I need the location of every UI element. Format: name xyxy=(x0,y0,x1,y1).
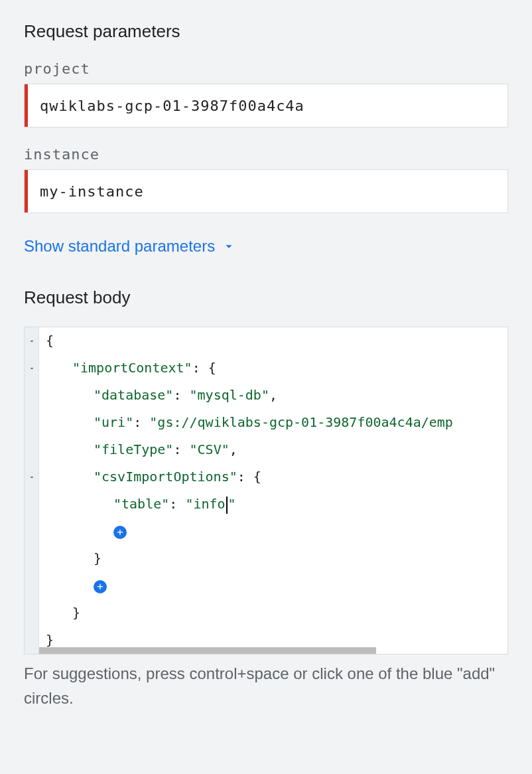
text-cursor xyxy=(226,497,228,514)
add-field-button[interactable]: + xyxy=(113,526,127,539)
json-value: "info xyxy=(185,496,225,512)
code-line[interactable]: "uri": "gs://qwiklabs-gcp-01-3987f00a4c4… xyxy=(46,409,507,436)
json-key: "fileType" xyxy=(94,441,173,457)
request-parameters-heading: Request parameters xyxy=(24,21,508,42)
code-line[interactable]: "importContext": { xyxy=(46,354,507,382)
code-line[interactable]: "database": "mysql-db", xyxy=(46,382,507,409)
code-line[interactable]: } xyxy=(46,599,507,627)
instance-label: instance xyxy=(24,146,508,163)
project-label: project xyxy=(24,60,508,77)
json-value: "gs://qwiklabs-gcp-01-3987f00a4c4a/emp xyxy=(149,414,453,430)
show-standard-parameters-label: Show standard parameters xyxy=(24,237,215,256)
json-key: "importContext" xyxy=(72,360,192,376)
code-line[interactable]: + xyxy=(46,518,507,545)
instance-input[interactable] xyxy=(28,170,507,212)
chevron-down-icon xyxy=(222,239,236,254)
json-value: "mysql-db" xyxy=(190,387,269,403)
json-key: "uri" xyxy=(94,414,133,430)
code-line[interactable]: } xyxy=(46,545,507,572)
code-line[interactable]: "fileType": "CSV", xyxy=(46,436,507,463)
show-standard-parameters-toggle[interactable]: Show standard parameters xyxy=(24,237,236,256)
request-body-editor[interactable]: { "importContext": { "database": "mysql-… xyxy=(24,327,508,655)
json-key: "csvImportOptions" xyxy=(94,469,237,485)
json-key: "database" xyxy=(94,387,173,403)
json-value: " xyxy=(228,496,236,512)
horizontal-scrollbar[interactable] xyxy=(39,647,376,654)
project-input[interactable] xyxy=(28,84,507,127)
request-body-heading: Request body xyxy=(24,287,508,308)
fold-toggle-icon[interactable] xyxy=(25,463,38,491)
code-line[interactable]: { xyxy=(46,327,507,354)
code-line[interactable]: "table": "info" xyxy=(46,491,507,518)
code-line[interactable]: + xyxy=(46,572,507,599)
fold-toggle-icon[interactable] xyxy=(25,327,38,354)
fold-gutter xyxy=(25,327,39,654)
code-line[interactable]: "csvImportOptions": { xyxy=(46,463,507,491)
json-key: "table" xyxy=(113,496,169,512)
fold-toggle-icon[interactable] xyxy=(25,354,38,382)
json-value: "CSV" xyxy=(190,441,230,457)
editor-hint: For suggestions, press control+space or … xyxy=(24,661,508,710)
add-field-button[interactable]: + xyxy=(94,580,107,593)
